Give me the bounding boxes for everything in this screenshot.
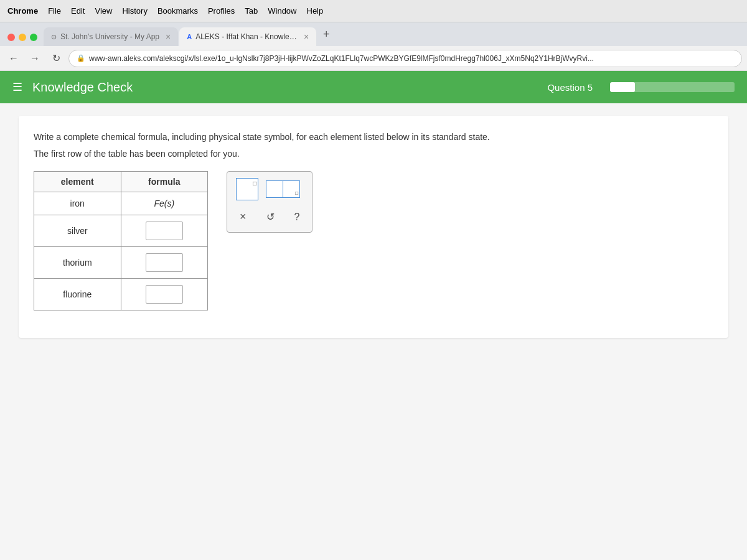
menu-bar: Chrome File Edit View History Bookmarks …	[0, 0, 747, 22]
formula-thorium-cell	[121, 247, 208, 279]
help-button[interactable]: ?	[291, 209, 304, 225]
hamburger-icon[interactable]: ☰	[12, 80, 22, 94]
page-content: ☰ Knowledge Check Question 5 Write a com…	[0, 71, 747, 560]
formula-buttons-row: □ □	[236, 178, 303, 200]
element-silver: silver	[34, 215, 121, 247]
formula-fluorine-cell	[121, 279, 208, 310]
formula-iron: Fe(s)	[121, 192, 208, 215]
maximize-button[interactable]	[30, 34, 37, 41]
aleks-header: ☰ Knowledge Check Question 5	[0, 71, 747, 103]
formula-silver-cell	[121, 215, 208, 247]
content-row: element formula iron Fe(s) silver	[34, 171, 713, 323]
tab-aleks-close[interactable]: ×	[304, 32, 309, 42]
minimize-button[interactable]	[19, 34, 26, 41]
forward-button[interactable]: →	[26, 50, 44, 67]
question-text: Write a complete chemical formula, inclu…	[34, 131, 713, 144]
element-iron: iron	[34, 192, 121, 215]
action-buttons-row: × ↺ ?	[236, 208, 303, 226]
formula-fluorine-input[interactable]	[146, 285, 183, 304]
input-helper-panel: □ □ × ↺ ?	[227, 171, 312, 233]
menu-file[interactable]: File	[48, 6, 61, 16]
address-bar[interactable]: 🔒 www-awn.aleks.com/alekscgi/x/lsl.exe/1…	[68, 50, 742, 67]
back-button[interactable]: ←	[5, 50, 22, 67]
progress-bar-fill	[610, 82, 635, 92]
progress-bar-container	[610, 82, 735, 92]
main-content: Write a complete chemical formula, inclu…	[19, 116, 728, 338]
close-button[interactable]	[7, 34, 15, 41]
question-subtext: The first row of the table has been comp…	[34, 149, 713, 159]
lock-icon: 🔒	[77, 54, 85, 62]
url-text: www-awn.aleks.com/alekscgi/x/lsl.exe/1o_…	[89, 54, 594, 63]
table-row: silver	[34, 215, 208, 247]
nav-bar: ← → ↻ 🔒 www-awn.aleks.com/alekscgi/x/lsl…	[0, 46, 747, 71]
refresh-button[interactable]: ↻	[47, 50, 65, 67]
undo-button[interactable]: ↺	[263, 208, 278, 225]
tab-sju-close[interactable]: ×	[166, 32, 171, 42]
menu-edit[interactable]: Edit	[71, 6, 85, 16]
tab-aleks[interactable]: A ALEKS - Iffat Khan - Knowledg... ×	[179, 27, 316, 46]
table-row: iron Fe(s)	[34, 192, 208, 215]
tab-sju-favicon: ⊙	[51, 33, 57, 41]
menu-window[interactable]: Window	[268, 6, 296, 16]
formula-thorium-input[interactable]	[146, 253, 183, 272]
menu-view[interactable]: View	[95, 6, 112, 16]
menu-profiles[interactable]: Profiles	[208, 6, 235, 16]
question-label: Question 5	[547, 82, 593, 93]
close-panel-button[interactable]: ×	[236, 208, 250, 226]
col-header-formula: formula	[121, 172, 208, 192]
browser-window: ⊙ St. John's University - My App × A ALE…	[0, 22, 747, 560]
tab-aleks-label: ALEKS - Iffat Khan - Knowledg...	[195, 32, 298, 41]
element-thorium: thorium	[34, 247, 121, 279]
table-row: thorium	[34, 247, 208, 279]
formula-silver-input[interactable]	[146, 222, 183, 240]
tab-sju-label: St. John's University - My App	[60, 32, 159, 41]
table-row: fluorine	[34, 279, 208, 310]
subscript-button[interactable]: □	[266, 180, 300, 198]
traffic-lights	[5, 34, 42, 46]
menu-history[interactable]: History	[122, 6, 147, 16]
chemistry-table: element formula iron Fe(s) silver	[34, 171, 208, 310]
menu-tab[interactable]: Tab	[245, 6, 258, 16]
knowledge-check-title: Knowledge Check	[32, 80, 537, 95]
menu-help[interactable]: Help	[307, 6, 324, 16]
col-header-element: element	[34, 172, 121, 192]
element-fluorine: fluorine	[34, 279, 121, 310]
superscript-button[interactable]: □	[236, 178, 258, 200]
tab-aleks-favicon: A	[187, 33, 192, 40]
tab-sju[interactable]: ⊙ St. John's University - My App ×	[44, 27, 178, 46]
tab-bar: ⊙ St. John's University - My App × A ALE…	[0, 22, 747, 46]
menu-bookmarks[interactable]: Bookmarks	[157, 6, 198, 16]
new-tab-button[interactable]: +	[317, 26, 335, 43]
app-name: Chrome	[7, 6, 38, 16]
